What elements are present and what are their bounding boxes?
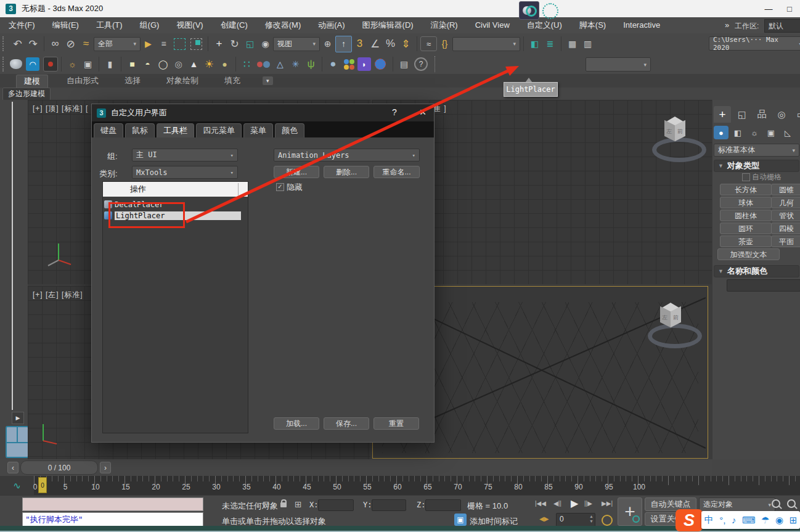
dialog-tab-1[interactable]: 鼠标 [125, 123, 155, 137]
panel-tab-modify[interactable]: ◱ [733, 106, 751, 123]
menu-item-5[interactable]: 创建(C) [212, 17, 256, 33]
scene-explorer-splitter[interactable] [12, 102, 13, 410]
panel-tab-display[interactable]: ▭ [793, 106, 800, 123]
object-button-2[interactable]: 球体 [720, 197, 772, 208]
menu-item-6[interactable]: 修改器(M) [256, 17, 310, 33]
ribbon-tab-modeling[interactable]: 建模 [16, 75, 48, 88]
dialog-tab-2[interactable]: 工具栏 [157, 123, 194, 137]
create-shapes-icon[interactable]: ◧ [730, 126, 745, 139]
object-button-0[interactable]: 长方体 [720, 184, 772, 195]
maximize-button[interactable]: □ [779, 1, 800, 17]
workspace-selector[interactable]: 默认 [764, 19, 800, 33]
dialog-tab-4[interactable]: 菜单 [243, 123, 273, 137]
ime-punctuation-icon[interactable]: °, [719, 515, 725, 525]
window-crossing-icon[interactable] [190, 38, 202, 50]
ribbon-tab-freeform[interactable]: 自由形式 [59, 75, 106, 87]
ribbon-tab-populate[interactable]: 填充 [217, 75, 248, 87]
frame-step-arrows-icon[interactable]: ◀▶ [539, 515, 549, 522]
selection-region-icon[interactable] [174, 38, 186, 50]
object-button-7[interactable]: 四棱 [771, 223, 800, 234]
set-keys-big-button[interactable]: + [618, 497, 642, 526]
ribbon-minimize-icon[interactable]: ▾ [263, 76, 273, 85]
menu-item-9[interactable]: 渲染(R) [422, 17, 467, 33]
maxscript-mini-listener-pink[interactable] [22, 497, 203, 511]
lightplacer-toolbar-button[interactable] [519, 1, 539, 20]
menu-item-1[interactable]: 编辑(E) [44, 17, 88, 33]
viewport-layout-tab-icon[interactable] [6, 426, 29, 458]
sphere-light-icon[interactable]: ● [217, 57, 232, 72]
schematic-view-icon[interactable]: ▥ [580, 36, 595, 52]
absolute-offset-icon[interactable]: ⊞ [295, 499, 302, 509]
object-button-1[interactable]: 圆锥 [771, 184, 800, 195]
motion-field-icon[interactable] [257, 61, 270, 68]
timeline-playhead[interactable]: 0 [38, 477, 47, 493]
menu-item-2[interactable]: 工具(T) [88, 17, 131, 33]
object-button-8[interactable]: 茶壶 [720, 235, 772, 247]
next-frame-button[interactable]: › [100, 462, 111, 473]
ribbon-tab-selection[interactable]: 选择 [117, 75, 148, 87]
undo-icon[interactable]: ↶ [10, 36, 25, 52]
toolbar-empty-dropdown[interactable]: ▾ [586, 57, 651, 72]
spinner-icon[interactable]: ▲▼ [589, 514, 594, 524]
object-button-6[interactable]: 圆环 [720, 223, 772, 234]
panel-tab-motion[interactable]: ◎ [773, 106, 790, 123]
menu-item-8[interactable]: 图形编辑器(D) [354, 17, 422, 33]
dialog-title-bar[interactable]: 3 自定义用户界面 ? ✕ [92, 104, 434, 121]
object-button-3[interactable]: 几何 [771, 197, 800, 208]
create-cameras-icon[interactable]: ▣ [764, 126, 778, 139]
menu-item-0[interactable]: 文件(F) [0, 17, 44, 33]
delete-button[interactable]: 删除... [324, 166, 369, 178]
named-selection-dropdown[interactable]: ▾ [452, 37, 520, 51]
reset-button[interactable]: 重置 [373, 417, 419, 430]
category-dropdown[interactable]: MxTools ▾ [132, 166, 238, 179]
object-button-4[interactable]: 圆柱体 [720, 210, 772, 221]
track-bar[interactable]: ∿ 05101520253035404550556065707580859095… [0, 476, 800, 496]
selection-lock-icon[interactable] [280, 502, 287, 507]
array-icon[interactable]: ∷ [239, 57, 255, 72]
ime-game-icon[interactable]: ◉ [775, 515, 783, 526]
action-list-header[interactable]: 操作 [103, 182, 248, 197]
shortcut-override-icon[interactable]: ≈ [420, 36, 437, 51]
ime-voice-icon[interactable]: ♪ [732, 515, 737, 525]
toolbar-grab-handle[interactable] [2, 36, 6, 51]
unlink-selection-icon[interactable]: ⊘ [63, 36, 78, 52]
pylon-icon[interactable]: △ [272, 57, 288, 72]
key-filters-clock-icon[interactable] [602, 515, 613, 526]
sphere-object-icon[interactable]: ● [325, 57, 341, 72]
new-button[interactable]: 新建... [274, 166, 319, 178]
mask-icon[interactable]: ◗ [357, 57, 371, 71]
dialog-close-button[interactable]: ✕ [415, 107, 431, 117]
help-icon[interactable]: ? [414, 57, 428, 71]
grass-icon[interactable]: ψ [303, 57, 319, 72]
render-production-icon[interactable] [43, 57, 58, 72]
select-object-icon[interactable]: ▶ [141, 36, 156, 52]
named-selection-sets-icon[interactable]: {} [437, 36, 452, 52]
x-coordinate-field[interactable] [318, 499, 354, 511]
group-dropdown[interactable]: 主 UI ▾ [132, 149, 238, 162]
save-button[interactable]: 保存... [324, 417, 369, 430]
select-and-link-icon[interactable]: ∞ [47, 36, 63, 52]
mirror-icon[interactable]: ◧ [527, 36, 542, 52]
panel-tab-create[interactable]: + [714, 106, 731, 123]
curve-editor-icon[interactable]: ▦ [565, 36, 580, 52]
object-button-5[interactable]: 管状 [771, 210, 800, 221]
camera-lister-icon[interactable]: ▣ [80, 57, 96, 72]
selection-filter-set-dropdown[interactable]: 选定对象 ▾ [699, 497, 775, 512]
name-color-rollout[interactable]: ▼ 名称和颜色 [714, 265, 799, 277]
object-button-textplus[interactable]: 加强型文本 [717, 248, 780, 260]
align-icon[interactable]: ≣ [542, 36, 558, 52]
light-lister-icon[interactable]: ☼ [65, 57, 80, 72]
create-geometry-icon[interactable]: ● [714, 126, 729, 139]
clipboard-icon[interactable]: ▤ [396, 57, 412, 72]
use-center-icon[interactable]: ⊕ [320, 36, 335, 52]
select-rotate-icon[interactable]: ↻ [227, 36, 242, 52]
maxscript-mini-listener-white[interactable]: "执行脚本完毕" [22, 512, 203, 526]
turbulence-icon[interactable]: ✳ [288, 57, 303, 72]
menu-item-4[interactable]: 视图(V) [168, 17, 211, 33]
go-to-start-icon[interactable]: |◀◀ [535, 500, 546, 507]
spinner-snap-icon[interactable]: ⇕ [398, 36, 414, 52]
menu-overflow-chevron[interactable]: » [725, 20, 729, 30]
dotted-circle-toolbar-button[interactable] [542, 3, 558, 19]
rendered-frame-window-icon[interactable]: ◠ [26, 57, 39, 71]
zoom-icon[interactable] [772, 499, 780, 508]
